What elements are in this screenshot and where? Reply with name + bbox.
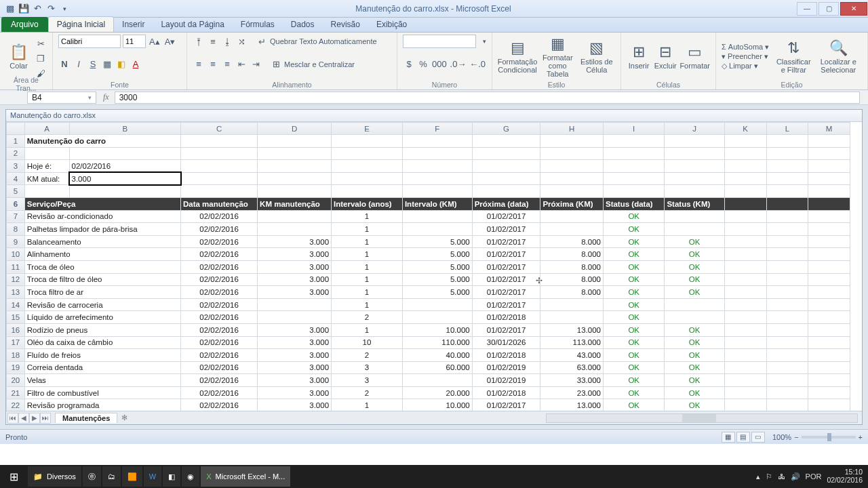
cell[interactable]: OK <box>665 273 724 286</box>
zoom-slider[interactable] <box>802 436 856 439</box>
spreadsheet-grid[interactable]: ABCDEFGHIJKLM1Manutenção do carro23Hoje … <box>6 122 862 411</box>
align-right-icon[interactable]: ≡ <box>221 58 233 71</box>
conditional-formatting-button[interactable]: ▤Formatação Condicional <box>498 34 537 79</box>
cell[interactable] <box>766 147 808 160</box>
cell[interactable]: OK <box>603 235 664 248</box>
qat-dropdown-icon[interactable]: ▾ <box>58 3 71 15</box>
cell[interactable]: OK <box>665 399 724 411</box>
cell[interactable] <box>766 361 808 374</box>
increase-indent-icon[interactable]: ⇥ <box>250 58 262 71</box>
cell[interactable]: OK <box>665 248 724 261</box>
autosum-button[interactable]: Σ AutoSoma ▾ <box>722 43 769 52</box>
cell[interactable]: 3.000 <box>258 260 332 273</box>
wrap-text-icon[interactable]: ↵ <box>256 35 268 48</box>
cell[interactable]: 63.000 <box>540 361 604 374</box>
cell[interactable]: OK <box>665 374 724 387</box>
cell[interactable]: 8.000 <box>540 248 604 261</box>
cell[interactable] <box>808 399 850 411</box>
cell[interactable]: Intervalo (KM) <box>402 197 472 210</box>
cell[interactable]: 01/02/2017 <box>472 286 540 299</box>
cell[interactable] <box>766 323 808 336</box>
cell[interactable] <box>724 298 766 311</box>
currency-icon[interactable]: $ <box>403 58 415 71</box>
taskbar-explorer-icon[interactable]: 🗂 <box>102 466 121 487</box>
font-size-input[interactable] <box>123 35 146 48</box>
cell[interactable]: 02/02/2016 <box>181 399 258 411</box>
cell[interactable]: Próxima (KM) <box>540 197 604 210</box>
orientation-icon[interactable]: ⤭ <box>235 35 248 48</box>
ribbon-tab-revisão[interactable]: Revisão <box>323 17 368 32</box>
cell[interactable] <box>332 147 403 160</box>
merge-icon[interactable]: ⊞ <box>270 58 282 71</box>
cell[interactable] <box>808 235 850 248</box>
cell[interactable] <box>766 336 808 349</box>
cell[interactable]: 1 <box>332 210 403 223</box>
new-sheet-icon[interactable]: ✻ <box>117 413 132 422</box>
delete-cells-button[interactable]: ⊟Excluir <box>653 34 677 79</box>
ribbon-tab-fórmulas[interactable]: Fórmulas <box>233 17 283 32</box>
cell[interactable] <box>402 223 472 236</box>
cell[interactable] <box>724 399 766 411</box>
cell[interactable] <box>332 172 403 185</box>
cell[interactable]: OK <box>603 248 664 261</box>
cell[interactable]: OK <box>603 399 664 411</box>
cell[interactable] <box>808 361 850 374</box>
cell[interactable] <box>665 160 724 173</box>
tab-nav-first-icon[interactable]: ⏮ <box>7 413 18 424</box>
cell[interactable]: 02/02/2016 <box>181 374 258 387</box>
cell[interactable]: 23.000 <box>540 386 604 399</box>
underline-icon[interactable]: S <box>87 58 99 71</box>
cell[interactable] <box>766 223 808 236</box>
cell[interactable]: OK <box>665 323 724 336</box>
cell[interactable] <box>540 147 604 160</box>
tray-clock[interactable]: 15:1002/02/2016 <box>827 468 863 484</box>
cell[interactable]: 02/02/2016 <box>181 273 258 286</box>
col-header-J[interactable]: J <box>665 123 724 135</box>
cell[interactable] <box>724 361 766 374</box>
cell[interactable]: 01/02/2017 <box>472 298 540 311</box>
cell[interactable]: Troca filtro de ar <box>24 286 180 299</box>
cell[interactable] <box>540 210 604 223</box>
cell[interactable]: 2 <box>332 311 403 324</box>
cell[interactable]: 1 <box>332 323 403 336</box>
cell[interactable] <box>258 160 332 173</box>
cell[interactable]: OK <box>603 311 664 324</box>
cell[interactable]: 8.000 <box>540 235 604 248</box>
cell[interactable]: 02/02/2016 <box>181 286 258 299</box>
cell[interactable] <box>258 210 332 223</box>
zoom-level[interactable]: 100% <box>772 433 791 441</box>
cell[interactable] <box>402 210 472 223</box>
col-header-K[interactable]: K <box>724 123 766 135</box>
format-as-table-button[interactable]: ▦Formatar como Tabela <box>539 34 576 79</box>
cell[interactable] <box>540 311 604 324</box>
cell[interactable]: 60.000 <box>402 361 472 374</box>
taskbar-ie-icon[interactable]: ⓔ <box>83 466 101 487</box>
tab-nav-prev-icon[interactable]: ◀ <box>18 413 29 424</box>
cell[interactable]: Intervalo (anos) <box>332 197 403 210</box>
cell[interactable] <box>181 147 258 160</box>
row-header[interactable]: 2 <box>7 147 25 160</box>
taskbar-excel[interactable]: X Microsoft Excel - M... <box>201 466 290 487</box>
cell[interactable]: 02/02/2016 <box>181 248 258 261</box>
cell[interactable] <box>332 135 403 148</box>
cell[interactable] <box>808 172 850 185</box>
cell[interactable] <box>540 172 604 185</box>
copy-icon[interactable]: ❐ <box>35 52 47 65</box>
row-header[interactable]: 16 <box>7 323 25 336</box>
cell[interactable] <box>603 185 664 198</box>
cell[interactable] <box>332 160 403 173</box>
number-format-select[interactable] <box>403 35 476 48</box>
cell[interactable] <box>808 197 850 210</box>
cell[interactable] <box>258 223 332 236</box>
cell[interactable]: 3.000 <box>258 361 332 374</box>
row-header[interactable]: 4 <box>7 172 25 185</box>
cell[interactable]: 02/02/2016 <box>181 260 258 273</box>
decrease-decimal-icon[interactable]: ←.0 <box>469 58 486 71</box>
cell[interactable]: 02/02/2016 <box>181 210 258 223</box>
view-buttons[interactable]: ▦▤▭ <box>721 432 766 443</box>
cell[interactable]: 110.000 <box>402 336 472 349</box>
cell[interactable]: 02/02/2016 <box>181 336 258 349</box>
row-header[interactable]: 18 <box>7 349 25 362</box>
cell[interactable]: OK <box>603 260 664 273</box>
cell[interactable] <box>181 172 258 185</box>
